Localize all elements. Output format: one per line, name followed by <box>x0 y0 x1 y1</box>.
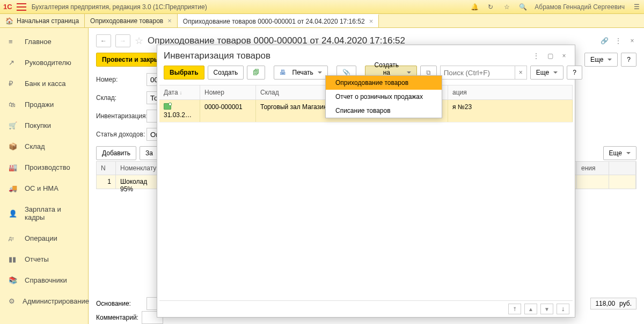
close-icon[interactable]: × <box>167 17 172 25</box>
bell-icon[interactable]: 🔔 <box>470 3 479 11</box>
app-title: Бухгалтерия предприятия, редакция 3.0 (1… <box>32 3 207 11</box>
sidebar-item-warehouse[interactable]: 📦Склад <box>0 136 88 157</box>
logo-1c: 1C <box>3 3 12 11</box>
col-number[interactable]: Номер <box>200 85 256 99</box>
print-button[interactable]: 🖶 Печать <box>274 66 328 80</box>
label-income: Статья доходов: <box>96 131 147 138</box>
sidebar-item-purchases[interactable]: 🛒Покупки <box>0 115 88 136</box>
ruble-icon: ₽ <box>9 80 17 88</box>
sidebar-item-manager[interactable]: ↗Руководителю <box>0 52 88 73</box>
sidebar-item-operations[interactable]: ДтОперации <box>0 228 88 249</box>
top-bar: 1C Бухгалтерия предприятия, редакция 3.0… <box>0 0 644 14</box>
home-icon: 🏠 <box>5 17 13 25</box>
label-basis: Основание: <box>96 300 147 307</box>
col-date[interactable]: Дата↓ <box>159 85 200 99</box>
clear-search-button[interactable]: × <box>515 66 527 80</box>
person-icon: 👤 <box>9 210 17 218</box>
history-icon[interactable]: ↻ <box>486 3 495 11</box>
close-icon[interactable]: × <box>560 52 568 60</box>
books-icon: 📚 <box>9 276 17 284</box>
search-input[interactable] <box>440 66 515 80</box>
truck-icon: 🚚 <box>9 184 17 192</box>
sidebar-item-sales[interactable]: 🛍Продажи <box>0 94 88 115</box>
tab-document[interactable]: Оприходование товаров 0000-000001 от 24.… <box>178 14 379 27</box>
search-icon[interactable]: 🔍 <box>518 3 527 11</box>
fill-button[interactable]: За <box>140 146 159 160</box>
col-n: N <box>97 162 116 175</box>
box-icon: 📦 <box>9 142 17 150</box>
label-number: Номер: <box>96 76 147 83</box>
forward-button[interactable]: → <box>115 34 130 47</box>
add-button[interactable]: Добавить <box>96 146 136 160</box>
copy-button[interactable]: 🗐 <box>247 66 265 80</box>
document-icon <box>164 103 171 110</box>
select-button[interactable]: Выбрать <box>164 66 204 80</box>
scroll-top-button[interactable]: ⤒ <box>508 304 521 314</box>
dialog-help-button[interactable]: ? <box>567 66 582 80</box>
sidebar-item-catalogs[interactable]: 📚Справочники <box>0 270 88 291</box>
scroll-up-button[interactable]: ▲ <box>524 304 537 314</box>
sidebar-item-payroll[interactable]: 👤Зарплата и кадры <box>0 199 88 228</box>
label-warehouse: Склад: <box>96 94 147 102</box>
star-icon[interactable]: ☆ <box>502 3 511 11</box>
create-button[interactable]: Создать <box>208 66 244 80</box>
menu-item-writeoff[interactable]: Списание товаров <box>326 104 442 118</box>
sidebar-item-admin[interactable]: ⚙Администрирование <box>0 291 88 312</box>
sidebar-item-main[interactable]: ≡Главное <box>0 31 88 52</box>
close-icon[interactable]: × <box>628 37 636 45</box>
sidebar-item-bank[interactable]: ₽Банк и касса <box>0 73 88 94</box>
menu-item-retail-report[interactable]: Отчет о розничных продажах <box>326 90 442 104</box>
sidebar-item-assets[interactable]: 🚚ОС и НМА <box>0 178 88 199</box>
menu-item-receipt[interactable]: Оприходование товаров <box>326 76 442 90</box>
more-button-2[interactable]: Еще <box>603 146 636 160</box>
maximize-icon[interactable]: ▢ <box>546 52 554 60</box>
user-menu-icon[interactable]: ☰ <box>632 3 641 11</box>
bag-icon: 🛍 <box>9 100 17 109</box>
kebab-icon[interactable]: ⋮ <box>614 37 623 45</box>
col-responsible[interactable]: ация <box>448 85 573 99</box>
create-based-menu: Оприходование товаров Отчет о розничных … <box>325 75 442 118</box>
dialog-title: Инвентаризация товаров <box>164 51 270 61</box>
link-icon[interactable]: 🔗 <box>600 37 609 45</box>
dtkt-icon: Дт <box>9 236 17 241</box>
factory-icon: 🏭 <box>9 163 17 171</box>
list-icon: ≡ <box>9 38 17 46</box>
cart-icon: 🛒 <box>9 121 17 129</box>
back-button[interactable]: ← <box>96 34 111 47</box>
sort-asc-icon: ↓ <box>180 90 182 96</box>
close-icon[interactable]: × <box>369 17 374 25</box>
col-last: ения <box>577 162 609 175</box>
help-button[interactable]: ? <box>621 53 636 67</box>
sidebar-item-reports[interactable]: ▮▮Отчеты <box>0 249 88 270</box>
dialog-more-button[interactable]: Еще <box>530 66 564 80</box>
sidebar-item-production[interactable]: 🏭Производство <box>0 157 88 178</box>
label-inventory: Инвентаризация: <box>96 112 147 120</box>
gear-icon: ⚙ <box>9 297 15 305</box>
tab-bar: 🏠Начальная страница Оприходование товаро… <box>0 14 644 28</box>
bars-icon: ▮▮ <box>9 255 17 263</box>
user-name[interactable]: Абрамов Геннадий Сергеевич <box>535 3 625 11</box>
tab-home[interactable]: 🏠Начальная страница <box>0 14 85 27</box>
scroll-bottom-button[interactable]: ⤓ <box>557 304 569 314</box>
tab-list[interactable]: Оприходование товаров× <box>85 14 178 27</box>
kebab-icon[interactable]: ⋮ <box>532 52 540 60</box>
col-item: Номенклатур <box>116 162 159 175</box>
label-comment: Комментарий: <box>96 314 138 321</box>
sidebar: ≡Главное ↗Руководителю ₽Банк и касса 🛍Пр… <box>0 28 89 324</box>
chart-icon: ↗ <box>9 59 17 67</box>
sum-total: 118,00руб. <box>590 298 636 309</box>
hamburger-icon[interactable] <box>17 3 26 11</box>
favorite-icon[interactable]: ☆ <box>135 35 143 47</box>
scroll-down-button[interactable]: ▼ <box>540 304 553 314</box>
more-button[interactable]: Еще <box>584 53 618 67</box>
